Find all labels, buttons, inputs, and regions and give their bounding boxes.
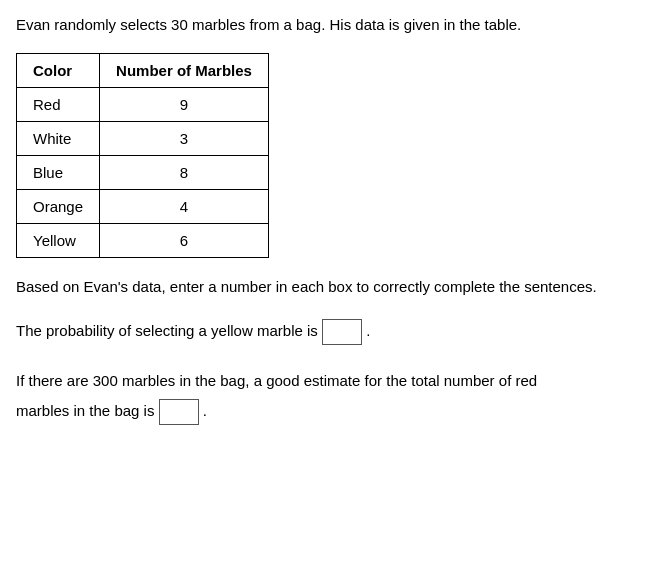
sentence1-suffix: . [366, 322, 370, 339]
color-cell: Orange [17, 189, 100, 223]
sentence1-block: The probability of selecting a yellow ma… [16, 316, 648, 346]
sentence2-suffix: . [203, 402, 207, 419]
instructions-text: Based on Evan's data, enter a number in … [16, 276, 648, 299]
sentence2-prefix: If there are 300 marbles in the bag, a g… [16, 372, 537, 389]
count-cell: 3 [100, 121, 269, 155]
intro-text: Evan randomly selects 30 marbles from a … [16, 14, 648, 37]
col-marbles-header: Number of Marbles [100, 53, 269, 87]
sentence2-block: If there are 300 marbles in the bag, a g… [16, 366, 648, 426]
table-row: Red9 [17, 87, 269, 121]
sentence1-prefix: The probability of selecting a yellow ma… [16, 322, 318, 339]
table-row: Yellow6 [17, 223, 269, 257]
color-cell: Blue [17, 155, 100, 189]
count-cell: 6 [100, 223, 269, 257]
sentence2-input[interactable] [159, 399, 199, 425]
sentence2-middle: marbles in the bag is [16, 402, 154, 419]
marbles-table: Color Number of Marbles Red9White3Blue8O… [16, 53, 269, 258]
count-cell: 4 [100, 189, 269, 223]
table-row: Blue8 [17, 155, 269, 189]
table-row: Orange4 [17, 189, 269, 223]
sentence1-input[interactable] [322, 319, 362, 345]
count-cell: 8 [100, 155, 269, 189]
col-color-header: Color [17, 53, 100, 87]
color-cell: Yellow [17, 223, 100, 257]
color-cell: White [17, 121, 100, 155]
color-cell: Red [17, 87, 100, 121]
count-cell: 9 [100, 87, 269, 121]
table-row: White3 [17, 121, 269, 155]
